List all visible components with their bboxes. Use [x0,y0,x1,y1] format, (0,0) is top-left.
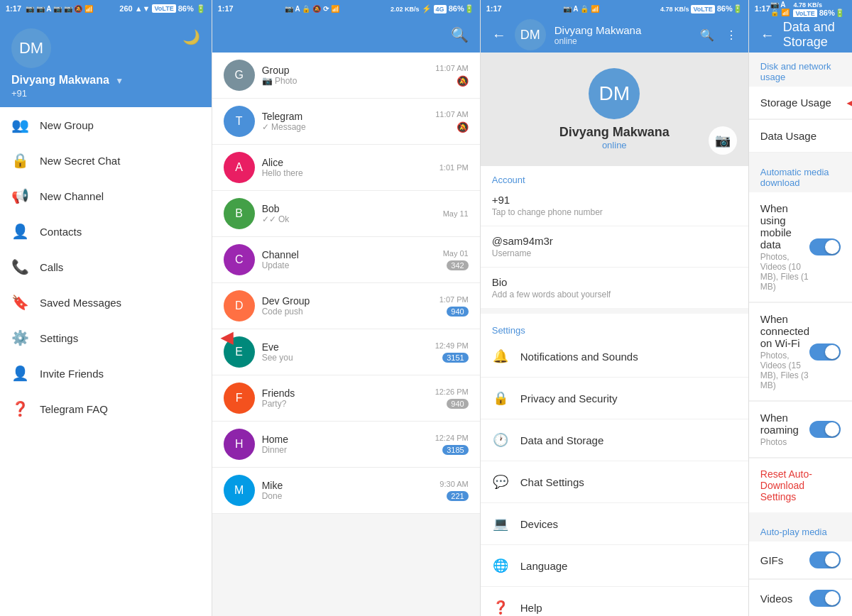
back-button[interactable]: ← [760,27,775,43]
avatar: G [224,60,255,91]
status-bar-2: 1:17 📷 A 🔒 🔕 ⟳ 📶 2.02 KB/s ⚡ 4G 86%🔋 [212,0,480,17]
group-icon: 👥 [11,116,28,133]
phone-field[interactable]: +91 Tap to change phone number [481,188,748,223]
bookmark-icon: 🔖 [11,294,28,311]
mobile-data-toggle[interactable] [809,238,841,255]
sidebar-item-faq[interactable]: ❓ Telegram FAQ [0,391,212,427]
moon-icon: 🌙 [182,28,200,45]
badge: 221 [447,491,468,501]
avatar: C [224,244,255,275]
sidebar-item-saved-messages[interactable]: 🔖 Saved Messages [0,285,212,320]
menu-label: New Secret Chat [40,155,200,167]
settings-item-devices[interactable]: 💻 Devices [481,506,748,541]
lock-icon: 🔒 [492,390,509,406]
list-item[interactable]: T Telegram ✓ Message 11:07 AM 🔕 [212,99,480,145]
videos-toggle[interactable] [809,590,841,607]
account-section-header: Account [481,166,748,188]
sidebar-panel: 1:17 📷 📷 A 📷 📷 🔕 📶 260 ▲▼ VoLTE 86% 🔋 🌙 … [0,0,212,616]
badge: 3185 [442,445,468,455]
menu-label: Contacts [40,226,200,238]
chat-list-header: 🔍 [212,17,480,53]
menu-label: Settings [40,332,200,344]
gifs-item[interactable]: GIFs [749,541,852,579]
muted-icon: 🔕 [457,121,469,133]
settings-icon: ⚙️ [11,329,28,346]
menu-label: Saved Messages [40,297,200,309]
auto-download-header: Automatic media download [749,158,852,192]
bio-field[interactable]: Bio Add a few words about yourself [481,270,748,305]
badge: 940 [447,307,468,317]
sidebar-item-contacts[interactable]: 👤 Contacts [0,214,212,249]
menu-list: 👥 New Group 🔒 New Secret Chat 📢 New Chan… [0,107,212,427]
roaming-item[interactable]: When roaming Photos [749,402,852,458]
profile-status: online [602,140,627,150]
roaming-toggle[interactable] [809,421,841,438]
list-item[interactable]: A Alice Hello there 1:01 PM [212,145,480,191]
sidebar-item-new-secret-chat[interactable]: 🔒 New Secret Chat [0,143,212,178]
more-icon[interactable]: ⋮ [726,28,737,42]
back-button[interactable]: ← [492,27,506,43]
search-icon[interactable]: 🔍 [700,28,714,42]
status-bar-3: 1:17 📷 A 🔒 📶 4.78 KB/s VoLTE 86%🔋 [481,0,748,17]
reset-auto-download[interactable]: Reset Auto-Download Settings [749,458,852,512]
phone-icon: 📞 [11,258,28,275]
sidebar-item-invite-friends[interactable]: 👤 Invite Friends [0,356,212,391]
list-item[interactable]: B Bob ✓✓ Ok May 11 [212,191,480,237]
menu-label: Calls [40,261,200,273]
header-avatar: DM [515,19,546,50]
sidebar-item-new-group[interactable]: 👥 New Group [0,107,212,143]
bell-icon: 🔔 [492,348,509,364]
data-usage-item[interactable]: Data Usage [749,120,852,153]
sidebar-item-new-channel[interactable]: 📢 New Channel [0,178,212,214]
settings-item-privacy[interactable]: 🔒 Privacy and Security [481,380,748,416]
username-field[interactable]: @sam94m3r Username [481,229,748,264]
settings-item-chat[interactable]: 💬 Chat Settings [481,464,748,500]
storage-usage-item[interactable]: Storage Usage ◀ [749,87,852,119]
panel-title: Data and Storage [783,20,841,50]
search-icon[interactable]: 🔍 [451,26,469,43]
settings-item-notifications[interactable]: 🔔 Notifications and Sounds [481,339,748,374]
list-item[interactable]: F Friends Party? 12:26 PM 940 [212,375,480,422]
chat-icon: 💬 [492,474,509,490]
invite-icon: 👤 [11,365,28,382]
profile-full-name: Divyang Makwana [559,125,670,140]
list-item[interactable]: D Dev Group Code push 1:07 PM 940 [212,283,480,329]
avatar: H [224,429,255,460]
wifi-toggle[interactable] [809,343,841,361]
list-item[interactable]: G Group 📷 Photo 11:07 AM 🔕 [212,53,480,99]
mobile-data-item[interactable]: When using mobile data Photos, Videos (1… [749,192,852,302]
settings-item-data-storage[interactable]: 🕐 Data and Storage ◀ [481,422,748,458]
storage-usage-red-arrow: ◀ [847,94,852,112]
data-storage-header: ← Data and Storage [749,17,852,53]
dropdown-arrow-icon[interactable]: ▼ [115,76,124,86]
gifs-toggle[interactable] [809,551,841,568]
camera-button[interactable]: 📷 [709,126,737,155]
settings-section-header: Settings [481,317,748,339]
badge: 940 [447,399,468,409]
profile-name: Divyang Makwana ▼ [11,74,200,87]
avatar: D [224,290,255,321]
avatar: DM [11,28,51,68]
list-item[interactable]: H Home Dinner 12:24 PM 3185 [212,422,480,468]
sidebar-item-settings[interactable]: ⚙️ Settings ◀ [0,320,212,356]
sidebar-item-calls[interactable]: 📞 Calls [0,249,212,285]
chat-list-panel: 1:17 📷 A 🔒 🔕 ⟳ 📶 2.02 KB/s ⚡ 4G 86%🔋 🔍 G… [212,0,480,616]
avatar: T [224,106,255,137]
profile-header: ← DM Divyang Makwana online 🔍 ⋮ [481,17,748,53]
avatar: A [224,152,255,183]
list-item[interactable]: E Eve See you 12:49 PM 3151 [212,329,480,375]
settings-red-arrow: ◀ [221,329,233,347]
megaphone-icon: 📢 [11,187,28,204]
menu-label: New Channel [40,190,200,202]
settings-item-language[interactable]: 🌐 Language [481,548,748,583]
menu-label: Telegram FAQ [40,403,200,415]
list-item[interactable]: M Mike Done 9:30 AM 221 [212,468,480,514]
disk-network-header: Disk and network usage [749,53,852,87]
settings-item-help[interactable]: ❓ Help [481,590,748,616]
list-item[interactable]: C Channel Update May 01 342 [212,237,480,283]
videos-item[interactable]: Videos [749,580,852,616]
wifi-item[interactable]: When connected on Wi-Fi Photos, Videos (… [749,303,852,401]
header-status: online [555,36,642,46]
autoplay-header: Auto-play media [749,518,852,541]
menu-label: Invite Friends [40,368,200,380]
